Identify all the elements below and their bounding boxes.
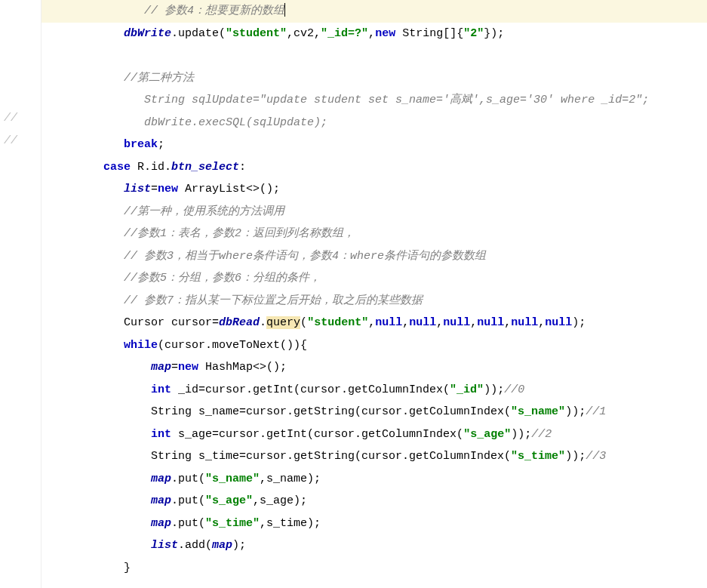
code-line: // 参数3，相当于where条件语句，参数4：where条件语句的参数数组: [41, 245, 707, 268]
code-line: //参数5：分组，参数6：分组的条件，: [41, 267, 707, 290]
code-line: //参数1：表名，参数2：返回到列名称数组，: [41, 223, 707, 245]
keyword-break: break: [124, 138, 158, 151]
keyword-int: int: [151, 428, 171, 441]
field-ref: list: [124, 183, 151, 195]
gutter-fold-comment-2: //: [4, 134, 17, 147]
code-line: String sqlUpdate="update student set s_n…: [41, 89, 707, 112]
comment-text: dbWrite.execSQL(sqlUpdate);: [124, 116, 327, 129]
code-line: int s_age=cursor.getInt(cursor.getColumn…: [41, 423, 707, 446]
comment-text: //第二种方法: [124, 72, 194, 85]
code-line: // 参数7：指从某一下标位置之后开始，取之后的某些数据: [41, 290, 707, 312]
code-line: map.put("s_age",s_age);: [41, 490, 707, 513]
code-line: String s_name=cursor.getString(cursor.ge…: [41, 401, 707, 423]
code-area[interactable]: // 参数4：想要更新的数组 dbWrite.update("student",…: [41, 0, 707, 579]
code-line: while(cursor.moveToNext()){: [41, 334, 707, 357]
field-ref: dbRead: [219, 316, 260, 329]
keyword-while: while: [124, 339, 158, 352]
field-ref: map: [151, 473, 171, 485]
keyword-case: case: [103, 161, 131, 174]
highlighted-method: query: [266, 316, 300, 329]
gutter: // //: [0, 0, 41, 588]
code-line: int _id=cursor.getInt(cursor.getColumnIn…: [41, 379, 707, 402]
code-line: list=new ArrayList<>();: [41, 178, 707, 201]
field-ref: dbWrite: [124, 27, 171, 40]
comment-text: //第一种，使用系统的方法调用: [124, 205, 284, 218]
code-line: [41, 45, 707, 67]
code-line: }: [41, 557, 707, 580]
code-line: String s_time=cursor.getString(cursor.ge…: [41, 445, 707, 468]
code-line: map=new HashMap<>();: [41, 356, 707, 379]
code-line: dbWrite.update("student",cv2,"_id=?",new…: [41, 23, 707, 45]
code-line: list.add(map);: [41, 534, 707, 557]
text-cursor: [284, 3, 285, 17]
code-line: // 参数4：想要更新的数组: [41, 0, 707, 23]
keyword-int: int: [151, 383, 171, 396]
code-line: break;: [41, 134, 707, 156]
code-line: //第一种，使用系统的方法调用: [41, 201, 707, 223]
comment-text: // 参数7：指从某一下标位置之后开始，取之后的某些数据: [124, 294, 423, 307]
resource-id: btn_select: [171, 161, 239, 174]
field-ref: map: [151, 494, 171, 507]
gutter-fold-comment-1: //: [4, 112, 17, 125]
closing-brace: }: [124, 562, 131, 574]
code-line: map.put("s_time",s_time);: [41, 513, 707, 535]
field-ref: map: [151, 361, 171, 374]
code-line: dbWrite.execSQL(sqlUpdate);: [41, 112, 707, 134]
code-line: Cursor cursor=dbRead.query("student",nul…: [41, 312, 707, 334]
comment-text: //参数5：分组，参数6：分组的条件，: [124, 272, 321, 285]
comment-text: // 参数3，相当于where条件语句，参数4：where条件语句的参数数组: [124, 250, 486, 263]
code-line: //第二种方法: [41, 67, 707, 90]
comment-text: //参数1：表名，参数2：返回到列名称数组，: [124, 227, 355, 240]
comment-text: // 参数4：想要更新的数组: [144, 5, 284, 17]
field-ref: list: [151, 539, 178, 552]
field-ref: map: [151, 517, 171, 530]
comment-text: String sqlUpdate="update student set s_n…: [124, 94, 649, 106]
code-line: case R.id.btn_select:: [41, 156, 707, 179]
code-line: map.put("s_name",s_name);: [41, 468, 707, 491]
